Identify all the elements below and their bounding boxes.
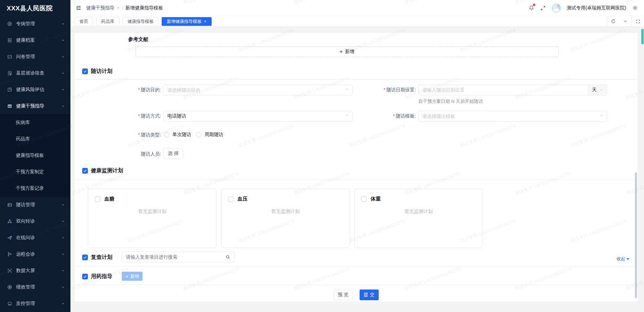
fullscreen-expand-icon[interactable] <box>540 5 546 11</box>
refresh-icon[interactable] <box>607 16 619 27</box>
follow-up-method-select[interactable] <box>163 111 353 122</box>
sidebar-item-label: 双向转诊 <box>16 218 61 224</box>
sidebar: XXX县人民医院 专病管理 健康档案 问卷管理 基层巡诊筛查 健康风险评估 健康… <box>0 0 70 312</box>
sidebar-subitem-disease-library[interactable]: 疾病库 <box>0 114 70 131</box>
sidebar-item-label: 健康风险评估 <box>16 87 61 93</box>
risk-assessment-icon <box>7 87 12 92</box>
follow-up-plan-checkbox[interactable] <box>82 69 88 74</box>
chevron-down-icon[interactable] <box>116 6 120 10</box>
recheck-search-input[interactable] <box>122 252 222 262</box>
chevron-down-icon <box>61 252 65 256</box>
divider <box>74 285 638 285</box>
follow-up-date-input[interactable] <box>418 85 588 95</box>
chevron-down-icon <box>61 88 65 92</box>
monitoring-plan-checkbox[interactable] <box>82 168 88 174</box>
sidebar-subitem-plan-records[interactable]: 干预方案记录 <box>0 180 70 196</box>
tab-guidance-template[interactable]: 健康指导模板 <box>122 17 159 26</box>
recheck-plan-checkbox[interactable] <box>82 255 88 260</box>
notification-bell-icon[interactable] <box>529 5 534 11</box>
caret-down-icon <box>627 258 629 260</box>
chevron-down-icon <box>61 236 65 240</box>
sidebar-subitem-guidance-template[interactable]: 健康指导模板 <box>0 147 70 164</box>
breadcrumb-parent[interactable]: 健康干预指导 <box>86 5 114 11</box>
sidebar-item-risk-assessment[interactable]: 健康风险评估 <box>0 81 70 98</box>
sidebar-item-quality-control[interactable]: 质控管理 <box>0 295 70 312</box>
medication-guidance-checkbox[interactable] <box>82 274 88 279</box>
maximize-view-icon[interactable] <box>632 16 644 27</box>
blood-pressure-checkbox[interactable] <box>228 196 233 202</box>
section-monitoring-plan: 健康监测计划 <box>82 167 123 174</box>
medication-add-button[interactable]: 新增 <box>122 272 143 281</box>
breadcrumb-separator: / <box>122 5 123 11</box>
radio-icon[interactable] <box>196 132 202 137</box>
monitoring-card-weight: 体重 暂无监测计划 <box>354 189 483 248</box>
sidebar-submenu: 疾病库 药品库 健康指导模板 干预方案制定 干预方案记录 <box>0 114 70 196</box>
header-actions: 测试专用(卓瑞姆互联网医院) <box>529 3 644 12</box>
tab-close-icon[interactable]: × <box>204 17 207 26</box>
sidebar-subitem-drug-library[interactable]: 药品库 <box>0 131 70 147</box>
sidebar-item-remote-consultation[interactable]: 远程会诊 <box>0 246 70 262</box>
health-intervention-icon <box>7 103 12 109</box>
radio-periodic-follow-up[interactable]: 周期随访 <box>196 132 223 138</box>
chevron-down-icon <box>599 88 603 92</box>
page-scrollbar-thumb[interactable] <box>641 29 644 44</box>
staff-select-button[interactable]: 选 择 <box>163 148 183 159</box>
sidebar-item-dual-referral[interactable]: 双向转诊 <box>0 213 70 229</box>
divider <box>74 266 638 266</box>
monitoring-card-blood-sugar: 血糖 暂无监测计划 <box>88 189 217 248</box>
empty-plan-text: 暂无监测计划 <box>88 209 216 215</box>
sidebar-item-data-screen[interactable]: 数据大屏 <box>0 262 70 279</box>
search-button[interactable] <box>221 252 234 262</box>
user-avatar[interactable] <box>552 3 561 12</box>
quality-control-icon <box>7 301 12 306</box>
sidebar-item-grassroots-screening[interactable]: 基层巡诊筛查 <box>0 65 70 81</box>
reference-add-button[interactable]: 新增 <box>136 46 558 57</box>
sidebar-item-health-intervention[interactable]: 健康干预指导 <box>0 98 70 114</box>
sidebar-item-specialty-disease[interactable]: 专病管理 <box>0 15 70 32</box>
sidebar-item-questionnaire[interactable]: 问卷管理 <box>0 48 70 65</box>
follow-up-purpose-label: *随访目的: <box>94 87 161 93</box>
tab-drug-library[interactable]: 药品库 <box>96 17 119 26</box>
chevron-down-icon <box>61 285 65 289</box>
section-title: 用药指导 <box>91 273 112 280</box>
online-consultation-icon <box>7 235 12 240</box>
notification-badge <box>533 4 535 6</box>
radio-icon[interactable] <box>164 132 169 137</box>
date-helper-text: 自干预方案日期 N 天后开始随访 <box>418 98 483 104</box>
follow-up-template-select[interactable] <box>418 111 607 122</box>
sidebar-item-label: 基层巡诊筛查 <box>16 70 61 76</box>
preview-button[interactable]: 预 览 <box>334 289 353 300</box>
sidebar-item-performance[interactable]: 绩效管理 <box>0 279 70 295</box>
section-title: 健康监测计划 <box>91 167 123 174</box>
section-follow-up-plan: 随访计划 <box>82 68 112 75</box>
content-scrollbar-thumb[interactable] <box>635 172 637 298</box>
section-title: 随访计划 <box>91 68 112 75</box>
sidebar-item-online-consultation[interactable]: 在线问诊 <box>0 229 70 246</box>
submit-button[interactable]: 提 交 <box>360 289 379 300</box>
empty-plan-text: 暂无监测计划 <box>355 209 483 215</box>
sidebar-subitem-plan-formulation[interactable]: 干预方案制定 <box>0 164 70 180</box>
follow-up-type-label: *随访类型: <box>94 132 161 138</box>
sidebar-item-follow-up[interactable]: 随访管理 <box>0 196 70 213</box>
weight-checkbox[interactable] <box>361 196 367 202</box>
user-name[interactable]: 测试专用(卓瑞姆互联网医院) <box>567 5 626 11</box>
sidebar-item-health-archive[interactable]: 健康档案 <box>0 32 70 48</box>
health-archive-icon <box>7 37 12 43</box>
radio-single-follow-up[interactable]: 单次随访 <box>164 132 191 138</box>
sidebar-item-label: 健康档案 <box>16 37 61 43</box>
blood-sugar-checkbox[interactable] <box>95 196 100 202</box>
collapse-menu-icon[interactable] <box>76 5 82 11</box>
follow-up-purpose-select[interactable] <box>163 85 353 95</box>
tab-bar: 首页 药品库 健康指导模板 新增健康指导模板 × <box>70 16 644 27</box>
collapse-link[interactable]: 收起 <box>616 256 629 262</box>
empty-plan-text: 暂无监测计划 <box>221 209 350 215</box>
settings-gear-icon[interactable] <box>632 5 638 11</box>
sidebar-item-label: 健康干预指导 <box>16 103 61 109</box>
section-title: 复查计划 <box>91 254 112 261</box>
date-unit-select[interactable]: 天 <box>588 85 607 95</box>
chevron-down-icon <box>61 269 65 273</box>
chevron-down-icon[interactable] <box>619 16 632 27</box>
tab-new-guidance-template[interactable]: 新增健康指导模板 × <box>162 17 212 26</box>
reference-label: 参考文献 <box>128 36 148 43</box>
tab-home[interactable]: 首页 <box>74 17 93 26</box>
